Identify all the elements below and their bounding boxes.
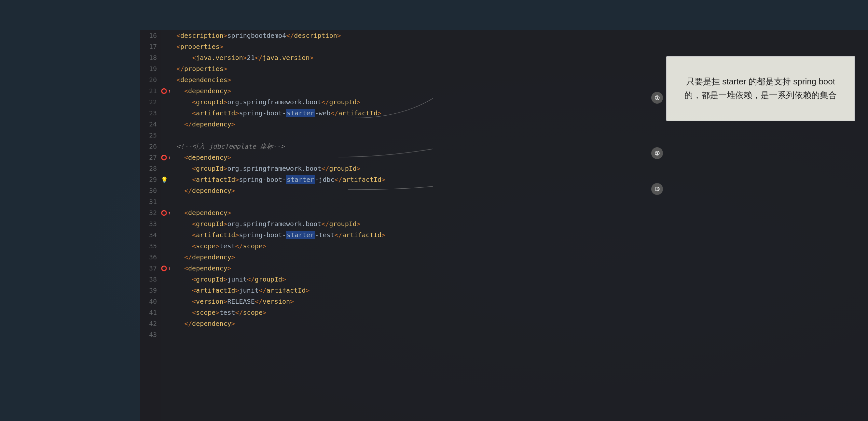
arrow-marker-21: ↑ xyxy=(168,88,170,93)
line-num-17: 17 xyxy=(140,41,157,52)
code-line-41: <scope>test</scope> xyxy=(177,307,863,318)
line-num-22: 22 xyxy=(140,96,157,108)
arrow-marker-27: ↑ xyxy=(168,155,170,160)
code-line-43 xyxy=(177,329,863,340)
error-marker-27: ⭕ xyxy=(161,155,167,161)
gutter-25 xyxy=(161,130,171,141)
code-editor[interactable]: 16 17 18 19 20 21 22 23 24 25 26 27 28 2… xyxy=(140,30,868,421)
gutter-20 xyxy=(161,74,171,85)
tag-end-close-16: > xyxy=(337,32,341,39)
line-num-43: 43 xyxy=(140,329,157,340)
error-marker-32: ⭕ xyxy=(161,210,167,216)
gutter-27: ⭕ ↑ xyxy=(161,152,171,163)
code-line-32: <dependency> xyxy=(177,207,863,218)
callout-2-label: ② xyxy=(654,150,660,157)
code-line-28: <groupId>org.springframework.boot</group… xyxy=(177,163,863,174)
line-num-38: 38 xyxy=(140,274,157,285)
gutter-40 xyxy=(161,296,171,307)
gutter-30 xyxy=(161,185,171,196)
line-num-21: 21 xyxy=(140,85,157,96)
error-marker-21: ⭕ xyxy=(161,88,167,94)
arrow-marker-37: ↑ xyxy=(168,265,170,271)
gutter: ⭕ ↑ ⭕ ↑ 💡 xyxy=(161,30,171,421)
tag-end-name-16: description xyxy=(294,32,337,39)
callout-3: ③ xyxy=(651,183,663,195)
gutter-19 xyxy=(161,63,171,74)
starter-highlight-2: starter xyxy=(286,175,315,184)
tag-close-16: > xyxy=(224,32,227,39)
gutter-43 xyxy=(161,329,171,340)
code-line-38: <groupId>junit</groupId> xyxy=(177,274,863,285)
tag-open-16: < xyxy=(177,32,180,39)
line-num-29: 29 xyxy=(140,174,157,185)
gutter-34 xyxy=(161,229,171,241)
gutter-22 xyxy=(161,96,171,108)
arrow-marker-32: ↑ xyxy=(168,210,170,215)
code-line-17: <properties> xyxy=(177,41,863,52)
gutter-37: ⭕ ↑ xyxy=(161,263,171,274)
line-num-36: 36 xyxy=(140,252,157,263)
tag-end-16: </ xyxy=(286,32,294,39)
gutter-21: ⭕ ↑ xyxy=(161,85,171,96)
gutter-32: ⭕ ↑ xyxy=(161,207,171,218)
code-line-35: <scope>test</scope> xyxy=(177,241,863,252)
ide-container: Project ▼ 🌐 ☰ ⇅ ⚙ m pom.xml (springbootd… xyxy=(0,0,868,421)
annotation-text: 只要是挂 starter 的都是支持 spring boot的，都是一堆依赖，是… xyxy=(684,75,837,102)
gutter-35 xyxy=(161,241,171,252)
gutter-24 xyxy=(161,119,171,130)
gutter-41 xyxy=(161,307,171,318)
line-num-42: 42 xyxy=(140,318,157,329)
line-num-41: 41 xyxy=(140,307,157,318)
line-num-24: 24 xyxy=(140,119,157,130)
gutter-29: 💡 xyxy=(161,174,171,185)
line-num-16: 16 xyxy=(140,30,157,41)
code-line-31 xyxy=(177,196,863,207)
annotation-panel: 只要是挂 starter 的都是支持 spring boot的，都是一堆依赖，是… xyxy=(666,56,855,121)
gutter-36 xyxy=(161,252,171,263)
gutter-23 xyxy=(161,108,171,119)
code-line-25 xyxy=(177,130,863,141)
code-line-34: <artifactId>spring-boot-starter-test</ar… xyxy=(177,229,863,241)
tag-name-16: description xyxy=(180,32,223,39)
callout-1-label: ① xyxy=(654,94,660,101)
line-num-23: 23 xyxy=(140,108,157,119)
code-line-16: <description>springbootdemo4</descriptio… xyxy=(177,30,863,41)
line-num-18: 18 xyxy=(140,52,157,63)
gutter-17 xyxy=(161,41,171,52)
line-num-37: 37 xyxy=(140,263,157,274)
line-num-30: 30 xyxy=(140,185,157,196)
gutter-31 xyxy=(161,196,171,207)
code-line-30: </dependency> xyxy=(177,185,863,196)
code-line-40: <version>RELEASE</version> xyxy=(177,296,863,307)
line-num-33: 33 xyxy=(140,218,157,229)
line-num-20: 20 xyxy=(140,74,157,85)
line-num-25: 25 xyxy=(140,130,157,141)
line-num-35: 35 xyxy=(140,241,157,252)
line-num-27: 27 xyxy=(140,152,157,163)
code-line-26: <!--引入 jdbcTemplate 坐标--> xyxy=(177,141,863,152)
code-line-36: </dependency> xyxy=(177,252,863,263)
line-num-34: 34 xyxy=(140,229,157,241)
gutter-42 xyxy=(161,318,171,329)
starter-highlight-3: starter xyxy=(286,231,315,239)
callout-1: ① xyxy=(651,92,663,104)
gutter-38 xyxy=(161,274,171,285)
line-num-39: 39 xyxy=(140,285,157,296)
gutter-33 xyxy=(161,218,171,229)
gutter-18 xyxy=(161,52,171,63)
line-num-26: 26 xyxy=(140,141,157,152)
gutter-28 xyxy=(161,163,171,174)
gutter-16 xyxy=(161,30,171,41)
tag-text-16: springbootdemo4 xyxy=(227,32,286,39)
line-num-31: 31 xyxy=(140,196,157,207)
gutter-26 xyxy=(161,141,171,152)
code-line-42: </dependency> xyxy=(177,318,863,329)
line-numbers: 16 17 18 19 20 21 22 23 24 25 26 27 28 2… xyxy=(140,30,161,421)
gutter-39 xyxy=(161,285,171,296)
code-line-39: <artifactId>junit</artifactId> xyxy=(177,285,863,296)
callout-3-label: ③ xyxy=(654,186,660,193)
bulb-marker-29[interactable]: 💡 xyxy=(161,176,168,183)
line-num-40: 40 xyxy=(140,296,157,307)
error-marker-37: ⭕ xyxy=(161,265,167,272)
line-num-32: 32 xyxy=(140,207,157,218)
